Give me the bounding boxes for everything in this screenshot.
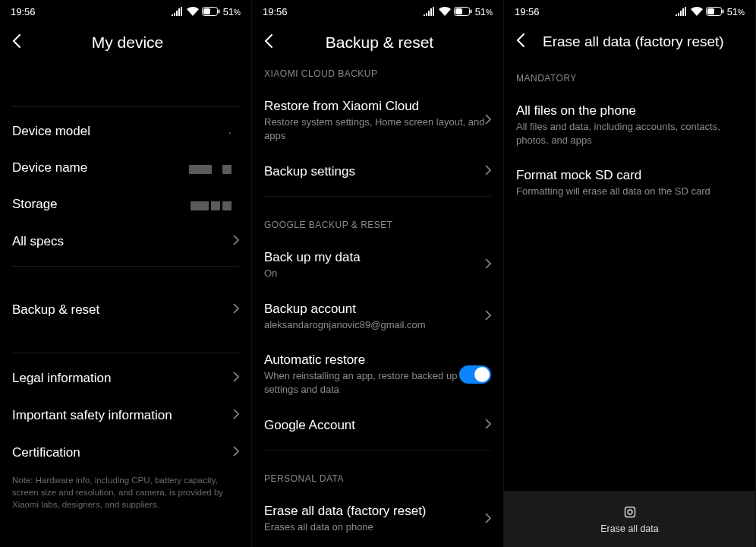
battery-icon: [202, 7, 220, 16]
chevron-right-icon: [233, 233, 239, 249]
svg-rect-4: [455, 8, 462, 14]
erase-icon: [622, 504, 638, 520]
wifi-icon: [691, 7, 703, 16]
battery-icon: [454, 7, 472, 16]
svg-rect-7: [707, 8, 714, 14]
label: Backup & reset: [12, 302, 233, 318]
value-redacted: [188, 198, 232, 211]
item-cert[interactable]: Certification: [0, 434, 251, 471]
chevron-right-icon: [485, 163, 491, 179]
label: Backup settings: [264, 164, 485, 179]
chevron-right-icon: [233, 444, 239, 460]
footer-note: Note: Hardware info, including CPU, batt…: [0, 471, 251, 518]
battery-pct: 51%: [475, 6, 493, 17]
label: Google Account: [264, 418, 485, 433]
status-time: 19:56: [11, 6, 36, 17]
status-time: 19:56: [263, 6, 288, 17]
chevron-right-icon: [233, 370, 239, 386]
wifi-icon: [439, 7, 451, 16]
label: Back up my data: [264, 250, 485, 265]
label: Format mock SD card: [516, 168, 743, 183]
screen-erase-all-data: 19:56 51% Erase all data (factory reset)…: [504, 0, 756, 547]
page-title: My device: [16, 33, 239, 52]
subtitle: On: [264, 267, 485, 280]
toggle-auto-restore[interactable]: [459, 365, 491, 384]
item-legal[interactable]: Legal information: [0, 359, 251, 397]
screen-backup-reset: 19:56 51% Backup & reset XIAOMI CLOUD BA…: [252, 0, 504, 547]
status-time: 19:56: [515, 6, 540, 17]
chevron-right-icon: [485, 112, 491, 128]
section-google-backup: GOOGLE BACKUP & RESET: [252, 203, 503, 239]
chevron-right-icon: [485, 308, 491, 324]
status-right: 51%: [676, 6, 745, 17]
divider: [264, 450, 491, 451]
chevron-right-icon: [233, 302, 239, 318]
chevron-right-icon: [485, 417, 491, 433]
label: Erase all data (factory reset): [264, 504, 485, 519]
item-automatic-restore[interactable]: Automatic restore When reinstalling an a…: [252, 342, 503, 406]
svg-rect-2: [218, 10, 219, 14]
label: Legal information: [12, 371, 233, 386]
label: Device model: [12, 124, 228, 139]
label: Restore from Xiaomi Cloud: [264, 99, 485, 114]
content: XIAOMI CLOUD BACKUP Restore from Xiaomi …: [252, 64, 503, 547]
screen-my-device: 19:56 51% My device Device model ·: [0, 0, 252, 547]
status-bar: 19:56 51%: [0, 0, 251, 23]
label: All specs: [12, 234, 233, 249]
value-redacted: ·: [228, 125, 232, 138]
button-label: Erase all data: [600, 523, 658, 534]
section-xiaomi-cloud: XIAOMI CLOUD BACKUP: [252, 64, 503, 88]
label: All files on the phone: [516, 103, 743, 119]
divider: [12, 353, 239, 353]
status-right: 51%: [172, 6, 241, 17]
label: Important safety information: [12, 408, 233, 423]
content: MANDATORY All files on the phone All fil…: [504, 62, 755, 491]
item-format-sd[interactable]: Format mock SD card Formatting will eras…: [504, 157, 755, 209]
item-restore-xiaomi-cloud[interactable]: Restore from Xiaomi Cloud Restore system…: [252, 88, 503, 153]
erase-all-data-button[interactable]: Erase all data: [504, 491, 755, 547]
item-erase-all-data[interactable]: Erase all data (factory reset) Erases al…: [252, 493, 503, 537]
label: Storage: [12, 197, 188, 212]
signal-icon: [424, 7, 436, 16]
item-backup-settings[interactable]: Backup settings: [252, 153, 503, 190]
signal-icon: [172, 7, 184, 16]
subtitle: All files and data, including accounts, …: [516, 120, 743, 147]
label: Device name: [12, 160, 187, 175]
item-safety[interactable]: Important safety information: [0, 397, 251, 434]
battery-icon: [706, 7, 724, 16]
subtitle: When reinstalling an app, restore backed…: [264, 369, 459, 396]
status-bar: 19:56 51%: [504, 0, 755, 23]
label: Certification: [12, 445, 233, 460]
wifi-icon: [187, 7, 199, 16]
section-mandatory: MANDATORY: [504, 62, 755, 93]
item-backup-my-data[interactable]: Back up my data On: [252, 239, 503, 291]
header: My device: [0, 23, 251, 64]
item-device-model[interactable]: Device model ·: [0, 113, 251, 150]
item-all-files[interactable]: All files on the phone All files and dat…: [504, 93, 755, 157]
item-google-account[interactable]: Google Account: [252, 406, 503, 444]
header: Backup & reset: [252, 23, 503, 64]
svg-rect-5: [470, 10, 471, 14]
subtitle: Formatting will erase all data on the SD…: [516, 185, 743, 198]
item-backup-reset[interactable]: Backup & reset: [0, 291, 251, 328]
header: Erase all data (factory reset): [504, 23, 755, 62]
divider: [12, 266, 239, 267]
status-right: 51%: [424, 6, 493, 17]
item-storage[interactable]: Storage: [0, 186, 251, 223]
page-title: Backup & reset: [268, 33, 491, 52]
svg-rect-1: [203, 8, 210, 14]
value-redacted: [187, 162, 232, 175]
item-all-specs[interactable]: All specs: [0, 223, 251, 260]
back-icon[interactable]: [516, 33, 524, 50]
item-backup-account[interactable]: Backup account aleksandarognjanovic89@gm…: [252, 291, 503, 343]
svg-rect-8: [722, 10, 723, 14]
subtitle: aleksandarognjanovic89@gmail.com: [264, 318, 485, 332]
page-title: Erase all data (factory reset): [543, 33, 743, 50]
item-device-name[interactable]: Device name: [0, 150, 251, 186]
divider: [12, 106, 239, 107]
content: Device model · Device name Storage All s…: [0, 64, 251, 547]
battery-pct: 51%: [223, 6, 241, 17]
status-bar: 19:56 51%: [252, 0, 503, 23]
divider: [264, 196, 491, 197]
svg-point-10: [628, 510, 632, 514]
